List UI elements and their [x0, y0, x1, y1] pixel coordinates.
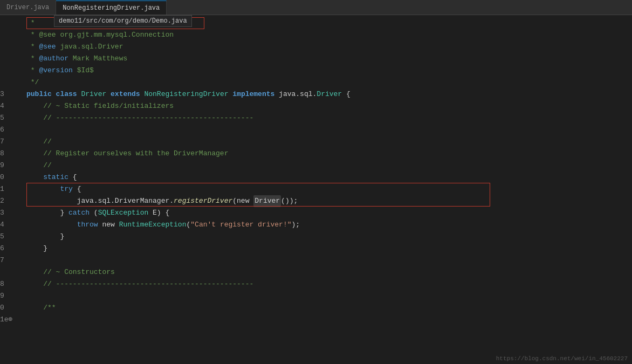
- code-line: // ~ Constructors: [26, 266, 632, 278]
- ln: [0, 29, 20, 41]
- code-line: }: [26, 243, 632, 255]
- ln: 1: [0, 183, 20, 195]
- ln: 0: [0, 302, 20, 314]
- editor-container: Driver.java NonRegisteringDriver.java de…: [0, 0, 632, 364]
- ln: 7: [0, 255, 20, 266]
- ln: [0, 77, 20, 88]
- code-line: }: [26, 231, 632, 243]
- code-area: 3 4 5 6 7 8 9 0 1 2 3 4 5 6 7 8 9 0 1e⊕: [0, 15, 632, 364]
- code-line-try: try {: [26, 183, 632, 195]
- breadcrumb-tooltip: demo11/src/com/org/demo/Demo.java: [54, 15, 192, 27]
- code-line-throw: throw new RuntimeException("Can't regist…: [26, 219, 632, 231]
- ln: [0, 17, 20, 29]
- ln: [0, 266, 20, 278]
- code-line-version: * @version $Id$: [26, 65, 632, 77]
- ln: 3: [0, 88, 20, 100]
- code-line-catch: } catch (SQLException E) {: [26, 207, 632, 219]
- code-line: // ~ Static fields/initializers: [26, 100, 632, 112]
- code-line: * @see java.sql.Driver: [26, 41, 632, 53]
- code-line: // Register ourselves with the DriverMan…: [26, 148, 632, 160]
- ln: 0: [0, 171, 20, 183]
- ln: 5: [0, 112, 20, 124]
- code-line: [26, 290, 632, 302]
- code-line: [26, 124, 632, 136]
- ln: [0, 41, 20, 53]
- ln: 9: [0, 160, 20, 171]
- code-line-register: java.sql.DriverManager.registerDriver(ne…: [26, 195, 632, 207]
- ln: 6: [0, 243, 20, 255]
- tab-bar: Driver.java NonRegisteringDriver.java: [0, 0, 632, 15]
- code-line: // -------------------------------------…: [26, 112, 632, 124]
- watermark: https://blog.csdn.net/wei/in_45602227: [496, 355, 628, 362]
- code-line: /**: [26, 302, 632, 314]
- ln: 2: [0, 195, 20, 207]
- code-line: static {: [26, 171, 632, 183]
- tab-driver[interactable]: Driver.java: [0, 1, 56, 15]
- code-line: //: [26, 160, 632, 171]
- ln: 7: [0, 136, 20, 148]
- ln: 4: [0, 100, 20, 112]
- ln: 6: [0, 124, 20, 136]
- code-line: * @author Mark Matthews: [26, 53, 632, 65]
- code-line: //: [26, 136, 632, 148]
- ln: 4: [0, 219, 20, 231]
- ln: 1e⊕: [0, 314, 20, 326]
- ln: 8: [0, 278, 20, 290]
- line-numbers: 3 4 5 6 7 8 9 0 1 2 3 4 5 6 7 8 9 0 1e⊕: [0, 15, 24, 364]
- code-line: * @see org.gjt.mm.mysql.Connection: [26, 29, 632, 41]
- ln: [0, 65, 20, 77]
- code-line: // -------------------------------------…: [26, 278, 632, 290]
- ln: 8: [0, 148, 20, 160]
- code-content[interactable]: * * @see org.gjt.mm.mysql.Connection * @…: [24, 15, 632, 364]
- ln: [0, 53, 20, 65]
- code-line: */: [26, 77, 632, 88]
- ln: 5: [0, 231, 20, 243]
- code-line: [26, 255, 632, 266]
- ln: 9: [0, 290, 20, 302]
- tab-nonregistering[interactable]: NonRegisteringDriver.java: [56, 1, 167, 15]
- code-line-class-decl: public class Driver extends NonRegisteri…: [26, 88, 632, 100]
- ln: 3: [0, 207, 20, 219]
